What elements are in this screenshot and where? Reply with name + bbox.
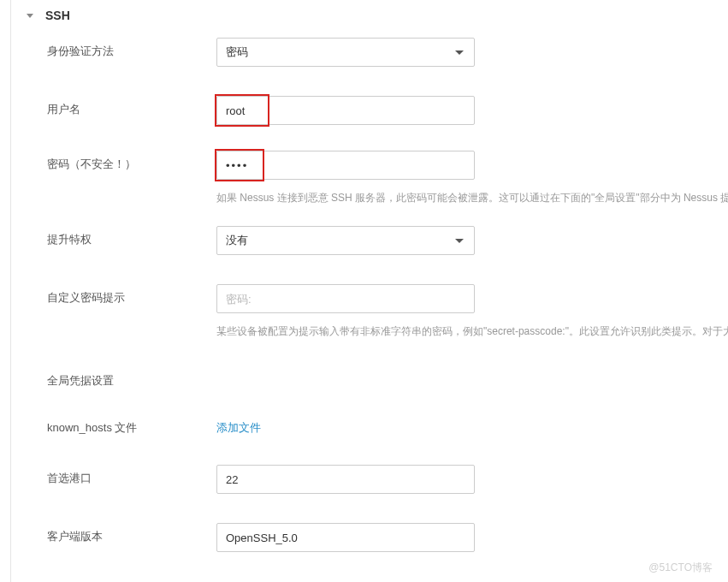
caret-down-icon (455, 50, 464, 55)
client-version-input[interactable] (216, 523, 475, 552)
custom-prompt-help-row: 某些设备被配置为提示输入带有非标准字符串的密码，例如"secret-passco… (47, 324, 728, 339)
password-label: 密码（不安全！） (47, 151, 216, 172)
known-hosts-label: known_hosts 文件 (47, 414, 216, 436)
custom-prompt-help-text: 某些设备被配置为提示输入带有非标准字符串的密码，例如"secret-passco… (216, 324, 728, 339)
add-file-link[interactable]: 添加文件 (216, 421, 261, 434)
elevate-select[interactable]: 没有 (216, 226, 475, 255)
ssh-config-panel: SSH 身份验证方法 密码 用户名 密码（不安全！） (10, 0, 728, 582)
global-settings-heading: 全局凭据设置 (47, 373, 728, 389)
password-help-text: 如果 Nessus 连接到恶意 SSH 服务器，此密码可能会被泄露。这可以通过在… (216, 190, 728, 205)
username-label: 用户名 (47, 96, 216, 117)
watermark: @51CTO博客 (648, 561, 713, 575)
known-hosts-row: known_hosts 文件 添加文件 (47, 414, 728, 436)
auth-method-label: 身份验证方法 (47, 38, 216, 59)
client-version-row: 客户端版本 (47, 523, 728, 552)
port-row: 首选港口 (47, 465, 728, 494)
custom-prompt-input[interactable] (216, 284, 475, 313)
elevate-label: 提升特权 (47, 226, 216, 247)
port-label: 首选港口 (47, 465, 216, 486)
section-header[interactable]: SSH (11, 0, 728, 31)
password-help-row: 如果 Nessus 连接到恶意 SSH 服务器，此密码可能会被泄露。这可以通过在… (47, 190, 728, 205)
elevate-value: 没有 (226, 233, 248, 248)
username-input[interactable] (216, 96, 475, 125)
port-input[interactable] (216, 465, 475, 494)
elevate-row: 提升特权 没有 (47, 226, 728, 255)
password-input[interactable] (216, 151, 475, 180)
chevron-down-icon (27, 14, 33, 18)
section-title: SSH (45, 9, 70, 22)
username-row: 用户名 (47, 96, 728, 125)
caret-down-icon (455, 239, 464, 243)
password-row: 密码（不安全！） (47, 151, 728, 180)
auth-method-row: 身份验证方法 密码 (47, 38, 728, 67)
custom-prompt-label: 自定义密码提示 (47, 284, 216, 306)
client-version-label: 客户端版本 (47, 523, 216, 544)
custom-prompt-row: 自定义密码提示 (47, 284, 728, 313)
auth-method-select[interactable]: 密码 (216, 38, 475, 67)
auth-method-value: 密码 (226, 45, 248, 60)
form-body: 身份验证方法 密码 用户名 密码（不安全！） (11, 31, 728, 582)
